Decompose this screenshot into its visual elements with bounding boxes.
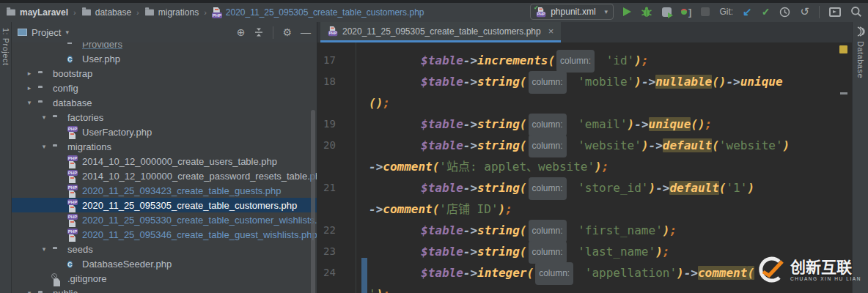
tree-item[interactable]: PHP2020_11_25_095346_create_table_guest_… [12, 227, 317, 242]
close-tab-icon[interactable]: × [548, 26, 554, 37]
breadcrumb-item-migrations[interactable]: migrations [144, 7, 199, 18]
run-button[interactable] [623, 7, 631, 16]
collapse-arrow-icon[interactable]: ▾ [40, 245, 48, 253]
parameter-hint: column: [535, 262, 573, 285]
tree-item[interactable]: PHPUserFactory.php [12, 125, 317, 139]
code-line[interactable]: 22$table->string(column: 'first_name'); [317, 220, 852, 241]
tree-item[interactable]: PHP2014_10_12_000000_create_users_table.… [12, 154, 317, 168]
run-with-coverage-button[interactable] [662, 7, 672, 17]
code-line[interactable]: 19$table->string(column: 'email')->uniqu… [317, 114, 852, 135]
vcs-change-marker[interactable] [361, 258, 367, 293]
collapse-arrow-icon[interactable]: ▾ [25, 99, 34, 106]
line-number: 18 [317, 71, 350, 92]
search-everywhere-button[interactable] [850, 6, 862, 18]
tree-item[interactable]: PHP2020_11_25_095305_create_table_custom… [12, 198, 317, 212]
code-line[interactable]: 18$table->string(column: 'mobile')->null… [317, 71, 852, 92]
code-text: $table->string(column: 'email')->unique(… [421, 114, 712, 136]
git-update-button[interactable]: ↙ [743, 5, 752, 18]
history-button[interactable] [779, 7, 790, 18]
locate-file-button[interactable]: ⊕ [237, 27, 246, 37]
code-line[interactable]: (); [317, 92, 852, 114]
tree-item-label: Providers [82, 42, 122, 50]
tree-item-label: public [53, 288, 78, 293]
code-line[interactable]: 17$table->increments(column: 'id'); [317, 50, 852, 71]
parameter-hint: column: [529, 177, 567, 200]
settings-button[interactable]: ⚙ [282, 27, 292, 37]
project-tree: ProvidersCUser.php▸bootstrap▸config▾data… [12, 42, 317, 293]
code-line[interactable]: 21$table->string(column: 'store_id')->de… [317, 177, 852, 199]
expand-arrow-icon[interactable]: ▸ [25, 84, 34, 92]
database-icon [856, 26, 865, 37]
tree-item[interactable]: ▸config [12, 81, 317, 95]
database-toolwindow-button[interactable]: Database [856, 41, 865, 78]
tree-item-label: .gitignore [67, 273, 106, 284]
watermark: 创新互联 CHUANG XIN HU LIAN [757, 249, 868, 290]
tree-item-label: 2020_11_25_095330_create_table_customer_… [82, 215, 317, 226]
debug-button[interactable] [641, 6, 652, 18]
line-number: 19 [317, 114, 350, 135]
breadcrumb-item-project[interactable]: mayLaravel [6, 7, 68, 18]
line-number: 20 [317, 135, 350, 156]
profiler-button[interactable]: ] [681, 7, 691, 18]
tree-item[interactable]: ▾public [12, 286, 317, 293]
tree-scrollbar[interactable] [311, 110, 315, 293]
git-commit-button[interactable]: ✓ [762, 6, 770, 18]
tree-item[interactable]: Providers [12, 42, 317, 51]
parameter-hint: column: [529, 71, 567, 94]
tree-item[interactable]: ▾database [12, 95, 317, 110]
project-toolwindow-button[interactable]: 1: Project [1, 28, 10, 65]
tree-item-label: seeds [67, 244, 93, 255]
project-panel: Project ▾ ⊕ ⚙ — ProvidersCUser.php▸boots… [12, 22, 317, 293]
breadcrumb-item-database[interactable]: database [81, 7, 131, 18]
stripe-marker[interactable] [840, 92, 847, 94]
tree-item[interactable]: ▾seeds [12, 242, 317, 256]
line-number: 23 [317, 241, 350, 262]
chevron-icon: › [204, 8, 207, 17]
line-number: 21 [317, 177, 350, 199]
warning-stripe-marker[interactable] [839, 45, 847, 53]
tree-item-label: DatabaseSeeder.php [82, 259, 172, 270]
breadcrumb-label: mayLaravel [20, 7, 68, 18]
code-line[interactable]: ->comment('店铺 ID'); [317, 199, 852, 220]
project-view-icon [18, 29, 27, 36]
chevron-down-icon: ▾ [65, 29, 69, 36]
php-file-icon: PHP [212, 7, 222, 18]
collapse-arrow-icon[interactable]: ▾ [25, 289, 34, 293]
ide-window: mayLaravel › database › migrations › PHP… [0, 0, 868, 293]
tree-item[interactable]: PHP2020_11_25_093423_create_table_guests… [12, 183, 317, 198]
run-window-button[interactable] [829, 7, 841, 17]
run-config-select[interactable]: PHP ✓ phpunit.xml ▾ [530, 4, 614, 20]
code-text: $table->string(column: 'mobile')->nullab… [421, 71, 783, 94]
chevron-icon: › [136, 8, 139, 17]
code-text: $table->increments(column: 'id'); [421, 50, 649, 73]
tree-item[interactable]: .gitignore [12, 271, 317, 286]
stop-button[interactable] [701, 7, 710, 16]
project-view-selector[interactable]: Project ▾ [18, 27, 69, 38]
editor-tab-bar: PHP 2020_11_25_095305_create_table_custo… [317, 22, 852, 42]
line-number: 17 [317, 50, 350, 71]
rollback-button[interactable]: ↺ [800, 5, 809, 18]
breadcrumb-file-label: 2020_11_25_095305_create_table_customers… [226, 7, 424, 18]
tree-item[interactable]: ▾migrations [12, 139, 317, 154]
breadcrumb-item-file[interactable]: PHP 2020_11_25_095305_create_table_custo… [212, 7, 424, 18]
tree-item[interactable]: CDatabaseSeeder.php [12, 256, 317, 271]
editor-tab[interactable]: PHP 2020_11_25_095305_create_table_custo… [320, 22, 561, 40]
tree-item[interactable]: PHP2014_10_12_100000_create_password_res… [12, 168, 317, 183]
tree-item-label: 2020_11_25_095346_create_table_guest_wis… [82, 229, 317, 240]
hide-panel-button[interactable]: — [301, 27, 311, 37]
collapse-all-button[interactable] [254, 27, 264, 37]
tree-item[interactable]: PHP2020_11_25_095330_create_table_custom… [12, 212, 317, 227]
tree-item-label: 2020_11_25_095305_create_table_customers… [82, 200, 297, 211]
tree-item[interactable]: CUser.php [12, 51, 317, 66]
code-line[interactable]: ->comment('站点: applet、website'); [317, 156, 852, 177]
breadcrumb-label: database [95, 7, 131, 18]
tree-item[interactable]: ▾factories [12, 110, 317, 125]
code-text: $table->integer(column: 'appellation')->… [421, 262, 754, 285]
tree-item-label: UserFactory.php [82, 127, 152, 138]
collapse-arrow-icon[interactable]: ▾ [40, 143, 48, 150]
tree-item[interactable]: ▸bootstrap [12, 66, 317, 81]
expand-arrow-icon[interactable]: ▸ [25, 70, 34, 77]
code-line[interactable]: 20$table->string(column: 'website')->def… [317, 135, 852, 156]
tree-item-label: User.php [82, 53, 120, 64]
collapse-arrow-icon[interactable]: ▾ [40, 114, 48, 121]
